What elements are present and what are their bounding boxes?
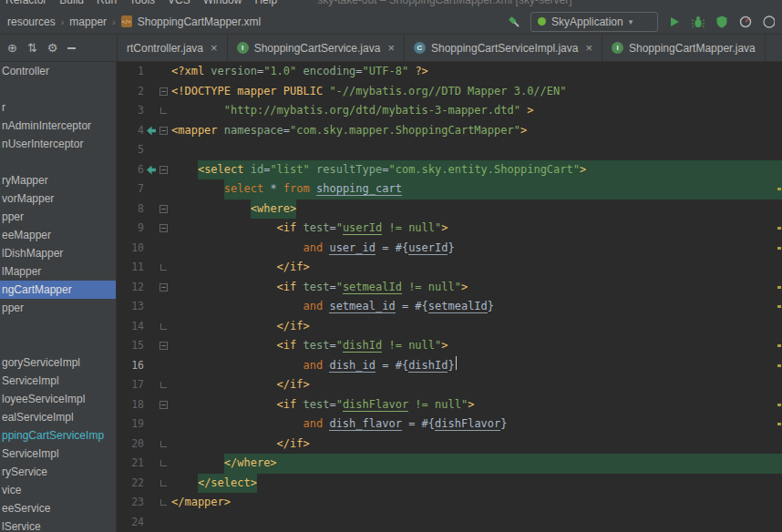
close-tab-icon[interactable]: ×	[387, 41, 395, 55]
tree-item-vice[interactable]: vice	[0, 481, 117, 499]
code-line-1[interactable]: 1<?xml version="1.0" encoding="UTF-8" ?>	[117, 62, 782, 82]
code-line-9[interactable]: 9− <if test="userId != null">	[117, 219, 782, 239]
code-line-16[interactable]: 16 and dish_id = #{dishId}	[117, 356, 782, 376]
toolbar-icon-partial[interactable]	[762, 15, 775, 29]
fold-end-icon[interactable]	[158, 258, 171, 278]
fold-end-icon[interactable]	[158, 493, 171, 513]
code-line-5[interactable]: 5	[117, 140, 782, 160]
code-line-2[interactable]: 2−<!DOCTYPE mapper PUBLIC "-//mybatis.or…	[117, 82, 782, 102]
hide-panel-icon[interactable]	[67, 47, 76, 49]
fold-start-icon[interactable]: −	[158, 200, 171, 220]
code-line-19[interactable]: 19 and dish_flavor = #{dishFlavor}	[117, 414, 782, 435]
code-line-11[interactable]: 11 </if>	[117, 258, 782, 278]
run-configuration-select[interactable]: SkyApplication ▾	[530, 12, 658, 32]
breadcrumb-item-mapper[interactable]: mapper	[69, 15, 107, 28]
code-line-10[interactable]: 10 and user_id = #{userId}	[117, 239, 782, 259]
tab-ShoppingCartServiceImpl.java[interactable]: CShoppingCartServiceImpl.java×	[405, 35, 602, 61]
tab-rtController.java[interactable]: rtController.java×	[118, 35, 228, 61]
tree-item-Controller[interactable]: Controller	[0, 62, 117, 80]
warning-stripe-mark[interactable]	[777, 344, 781, 347]
warning-stripe-mark[interactable]	[777, 227, 781, 230]
tree-item-ealServiceImpl[interactable]: ealServiceImpl	[0, 408, 117, 426]
close-tab-icon[interactable]: ×	[211, 41, 218, 55]
fold-end-icon[interactable]	[158, 375, 171, 395]
tree-item-ServiceImpl[interactable]: ServiceImpl	[0, 372, 117, 390]
menu-tools[interactable]: Tools	[129, 0, 155, 6]
code-line-18[interactable]: 18− <if test="dishFlavor != null">	[117, 395, 782, 415]
code-line-15[interactable]: 15− <if test="dishId != null">	[117, 336, 782, 356]
tree-item-ngCartMapper[interactable]: ngCartMapper	[0, 281, 117, 299]
profiler-button[interactable]	[738, 15, 753, 29]
menu-refactor[interactable]: Refactor	[5, 0, 46, 6]
fold-start-icon[interactable]: −	[158, 121, 171, 141]
coverage-button[interactable]	[715, 15, 729, 29]
warning-stripe-mark[interactable]	[777, 305, 781, 308]
tab-ShoppingCartService.java[interactable]: IShoppingCartService.java×	[228, 35, 405, 61]
warning-stripe-mark[interactable]	[777, 423, 781, 425]
error-stripe[interactable]	[777, 62, 781, 532]
fold-end-icon[interactable]	[158, 474, 171, 494]
code-line-24[interactable]: 24	[117, 513, 782, 532]
code-line-14[interactable]: 14 </if>	[117, 317, 782, 337]
tree-item-eeService[interactable]: eeService	[0, 499, 117, 517]
tree-item-pper[interactable]: pper	[0, 208, 117, 226]
debug-button[interactable]	[691, 15, 705, 29]
mybatis-statement-icon[interactable]	[144, 160, 158, 180]
tree-item-pper[interactable]: pper	[0, 299, 117, 317]
close-tab-icon[interactable]: ×	[585, 41, 592, 55]
warning-stripe-mark[interactable]	[777, 364, 781, 367]
settings-gear-icon[interactable]: ⚙	[47, 41, 58, 55]
code-line-13[interactable]: 13 and setmeal_id = #{setmealId}	[117, 297, 782, 317]
code-line-22[interactable]: 22 </select>	[117, 474, 782, 494]
build-hammer-icon[interactable]	[507, 15, 521, 29]
code-line-6[interactable]: 6− <select id="list" resultType="com.sky…	[117, 160, 782, 180]
tree-item-nAdminInterceptor[interactable]: nAdminInterceptor	[0, 117, 117, 135]
fold-start-icon[interactable]: −	[158, 278, 171, 298]
fold-start-icon[interactable]: −	[158, 336, 171, 356]
mybatis-statement-icon[interactable]	[144, 121, 158, 141]
menu-run[interactable]: Run	[97, 0, 117, 6]
code-editor[interactable]: 1<?xml version="1.0" encoding="UTF-8" ?>…	[117, 62, 782, 532]
menu-window[interactable]: Window	[203, 0, 242, 6]
tree-item-nUserInterceptor[interactable]: nUserInterceptor	[0, 135, 117, 153]
tree-item-vorMapper[interactable]: vorMapper	[0, 189, 117, 208]
code-line-12[interactable]: 12− <if test="setmealId != null">	[117, 278, 782, 298]
menu-vcs[interactable]: VCS	[168, 0, 190, 6]
fold-end-icon[interactable]	[158, 101, 171, 121]
code-line-3[interactable]: 3 "http://mybatis.org/dtd/mybatis-3-mapp…	[117, 101, 782, 121]
code-line-20[interactable]: 20 </if>	[117, 435, 782, 455]
code-line-4[interactable]: 4−<mapper namespace="com.sky.mapper.Shop…	[117, 121, 782, 141]
tree-item-lService[interactable]: lService	[0, 517, 117, 532]
fold-start-icon[interactable]: −	[158, 395, 171, 415]
code-line-8[interactable]: 8− <where>	[117, 200, 782, 220]
tree-item-loyeeServiceImpl[interactable]: loyeeServiceImpl	[0, 390, 117, 408]
fold-end-icon[interactable]	[158, 454, 171, 474]
tree-item-ppingCartServiceImp[interactable]: ppingCartServiceImp	[0, 426, 117, 445]
warning-stripe-mark[interactable]	[777, 286, 781, 289]
warning-stripe-mark[interactable]	[777, 188, 781, 190]
breadcrumb-item-resources[interactable]: resources	[7, 15, 56, 28]
code-line-17[interactable]: 17 </if>	[117, 375, 782, 395]
tab-ShoppingCartMapper.java[interactable]: IShoppingCartMapper.java	[602, 35, 766, 61]
code-line-21[interactable]: 21 </where>	[117, 454, 782, 474]
menu-build[interactable]: Build	[59, 0, 84, 6]
tree-item-ServiceImpl[interactable]: ServiceImpl	[0, 445, 117, 463]
breadcrumb-file[interactable]: ShoppingCartMapper.xml	[138, 15, 261, 28]
code-line-23[interactable]: 23</mapper>	[117, 493, 782, 513]
fold-start-icon[interactable]: −	[158, 160, 171, 180]
tree-item-ryService[interactable]: ryService	[0, 463, 117, 481]
warning-stripe-mark[interactable]	[777, 404, 781, 406]
fold-start-icon[interactable]: −	[158, 82, 171, 102]
tree-item-eeMapper[interactable]: eeMapper	[0, 226, 117, 244]
tree-item-lDishMapper[interactable]: lDishMapper	[0, 244, 117, 262]
run-button[interactable]	[667, 15, 682, 29]
tree-item-ryMapper[interactable]: ryMapper	[0, 171, 117, 189]
fold-end-icon[interactable]	[158, 435, 171, 455]
locate-file-icon[interactable]: ⊕	[7, 41, 17, 55]
code-line-7[interactable]: 7 select * from shopping_cart	[117, 179, 782, 200]
menu-help[interactable]: Help	[254, 0, 277, 6]
collapse-all-icon[interactable]: ⇅	[27, 41, 37, 55]
tree-item-r[interactable]: r	[0, 98, 117, 117]
warning-stripe-mark[interactable]	[777, 247, 781, 250]
tree-item-lMapper[interactable]: lMapper	[0, 262, 117, 281]
